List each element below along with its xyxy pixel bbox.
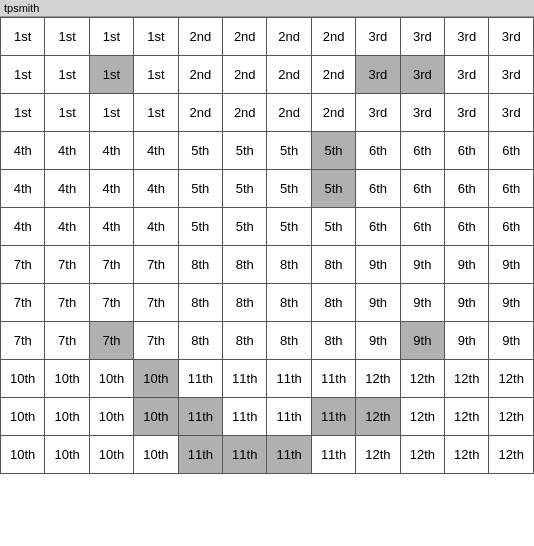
table-cell: 10th: [45, 436, 89, 474]
table-cell: 7th: [1, 322, 45, 360]
table-cell: 8th: [267, 246, 311, 284]
table-cell: 4th: [89, 132, 133, 170]
table-cell: 9th: [400, 284, 444, 322]
table-cell: 3rd: [445, 94, 489, 132]
table-cell: 12th: [400, 398, 444, 436]
table-cell: 9th: [356, 246, 400, 284]
table-cell: 10th: [1, 360, 45, 398]
table-cell: 1st: [134, 94, 178, 132]
table-cell: 5th: [178, 208, 222, 246]
table-cell: 7th: [134, 284, 178, 322]
table-cell: 3rd: [356, 94, 400, 132]
table-cell: 5th: [178, 170, 222, 208]
table-cell: 6th: [445, 170, 489, 208]
table-cell: 12th: [445, 436, 489, 474]
app-title: tpsmith: [4, 2, 39, 14]
table-cell: 2nd: [178, 18, 222, 56]
table-row: 7th7th7th7th8th8th8th8th9th9th9th9th: [1, 284, 534, 322]
table-cell: 1st: [134, 56, 178, 94]
table-cell: 8th: [267, 284, 311, 322]
table-cell: 11th: [223, 398, 267, 436]
table-cell: 10th: [89, 398, 133, 436]
table-row: 1st1st1st1st2nd2nd2nd2nd3rd3rd3rd3rd: [1, 18, 534, 56]
table-row: 4th4th4th4th5th5th5th5th6th6th6th6th: [1, 208, 534, 246]
table-cell: 6th: [356, 170, 400, 208]
table-cell: 11th: [311, 398, 355, 436]
table-cell: 11th: [267, 398, 311, 436]
table-cell: 12th: [489, 436, 534, 474]
table-cell: 10th: [1, 436, 45, 474]
table-cell: 4th: [1, 208, 45, 246]
table-cell: 9th: [400, 322, 444, 360]
table-cell: 9th: [489, 284, 534, 322]
table-cell: 6th: [489, 132, 534, 170]
table-cell: 8th: [267, 322, 311, 360]
table-cell: 1st: [45, 94, 89, 132]
table-cell: 2nd: [223, 56, 267, 94]
table-cell: 1st: [45, 56, 89, 94]
table-cell: 10th: [45, 360, 89, 398]
table-cell: 7th: [134, 246, 178, 284]
table-cell: 10th: [45, 398, 89, 436]
table-cell: 4th: [89, 208, 133, 246]
grid-table: 1st1st1st1st2nd2nd2nd2nd3rd3rd3rd3rd1st1…: [0, 17, 534, 474]
table-cell: 1st: [89, 18, 133, 56]
table-cell: 3rd: [400, 94, 444, 132]
table-row: 7th7th7th7th8th8th8th8th9th9th9th9th: [1, 246, 534, 284]
table-cell: 8th: [311, 284, 355, 322]
table-cell: 1st: [45, 18, 89, 56]
table-cell: 3rd: [489, 94, 534, 132]
table-cell: 10th: [134, 360, 178, 398]
table-cell: 7th: [1, 284, 45, 322]
table-cell: 6th: [400, 208, 444, 246]
table-cell: 10th: [134, 436, 178, 474]
table-cell: 1st: [1, 56, 45, 94]
table-cell: 2nd: [178, 56, 222, 94]
table-cell: 4th: [134, 132, 178, 170]
table-cell: 7th: [1, 246, 45, 284]
table-cell: 11th: [267, 360, 311, 398]
table-cell: 10th: [1, 398, 45, 436]
table-cell: 4th: [1, 170, 45, 208]
table-row: 4th4th4th4th5th5th5th5th6th6th6th6th: [1, 132, 534, 170]
table-cell: 5th: [311, 170, 355, 208]
table-cell: 5th: [223, 132, 267, 170]
table-cell: 4th: [45, 208, 89, 246]
table-cell: 8th: [223, 246, 267, 284]
table-cell: 7th: [45, 284, 89, 322]
table-cell: 12th: [489, 360, 534, 398]
table-cell: 2nd: [178, 94, 222, 132]
table-cell: 12th: [445, 360, 489, 398]
table-cell: 6th: [489, 208, 534, 246]
table-cell: 4th: [89, 170, 133, 208]
table-cell: 4th: [45, 132, 89, 170]
table-cell: 9th: [489, 246, 534, 284]
table-cell: 11th: [223, 436, 267, 474]
table-cell: 2nd: [223, 94, 267, 132]
table-cell: 10th: [134, 398, 178, 436]
table-cell: 3rd: [445, 18, 489, 56]
table-row: 10th10th10th10th11th11th11th11th12th12th…: [1, 398, 534, 436]
table-cell: 5th: [311, 132, 355, 170]
table-cell: 12th: [356, 398, 400, 436]
table-cell: 9th: [489, 322, 534, 360]
table-cell: 5th: [223, 208, 267, 246]
table-cell: 6th: [356, 132, 400, 170]
table-cell: 1st: [89, 94, 133, 132]
table-cell: 3rd: [400, 18, 444, 56]
table-cell: 8th: [178, 322, 222, 360]
table-cell: 12th: [400, 436, 444, 474]
table-cell: 1st: [134, 18, 178, 56]
table-cell: 4th: [134, 208, 178, 246]
table-cell: 12th: [489, 398, 534, 436]
table-cell: 4th: [134, 170, 178, 208]
table-cell: 2nd: [267, 94, 311, 132]
table-cell: 12th: [356, 436, 400, 474]
table-cell: 1st: [89, 56, 133, 94]
table-cell: 2nd: [267, 56, 311, 94]
table-cell: 5th: [267, 208, 311, 246]
table-cell: 6th: [489, 170, 534, 208]
table-cell: 1st: [1, 18, 45, 56]
table-cell: 9th: [356, 284, 400, 322]
table-cell: 12th: [445, 398, 489, 436]
